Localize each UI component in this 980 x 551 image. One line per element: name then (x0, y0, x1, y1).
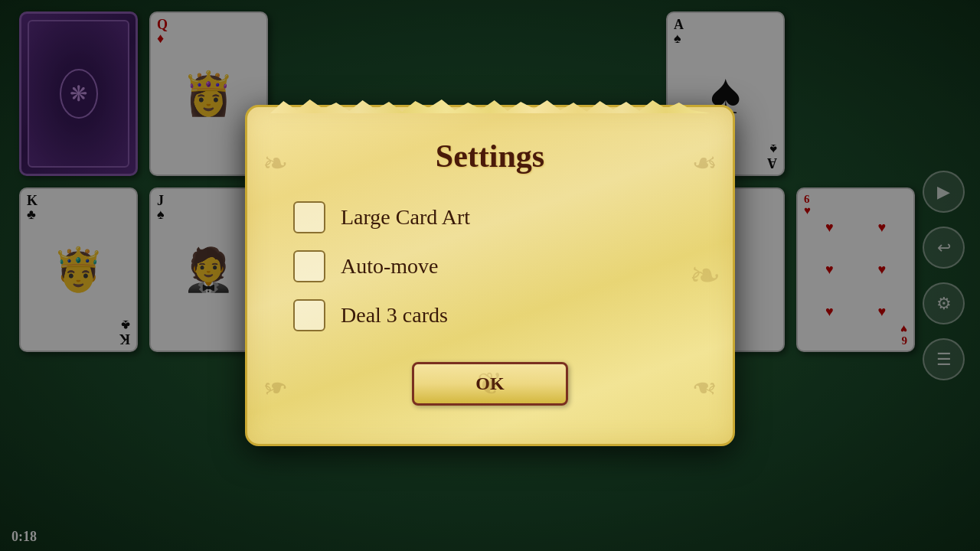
checkbox-large-card-art[interactable] (293, 201, 325, 233)
parchment-background: ❧ ❧ ❧ ❧ ❧ ❦ Settings Large Card Art Auto… (245, 105, 735, 446)
settings-dialog: ❧ ❧ ❧ ❧ ❧ ❦ Settings Large Card Art Auto… (245, 105, 735, 446)
floral-decoration-bottom: ❦ (477, 366, 503, 402)
floral-decoration-tl: ❧ (263, 145, 289, 181)
settings-options-list: Large Card Art Auto-move Deal 3 cards (293, 201, 687, 331)
checkbox-deal-3-cards[interactable] (293, 299, 325, 331)
label-auto-move: Auto-move (341, 254, 439, 279)
floral-decoration-tr: ❧ (691, 145, 717, 181)
label-deal-3-cards: Deal 3 cards (341, 303, 448, 328)
settings-option-large-card-art[interactable]: Large Card Art (293, 201, 687, 233)
settings-title: Settings (293, 138, 687, 174)
floral-decoration-right: ❧ (689, 253, 721, 298)
settings-option-auto-move[interactable]: Auto-move (293, 250, 687, 282)
label-large-card-art: Large Card Art (341, 205, 470, 230)
checkbox-auto-move[interactable] (293, 250, 325, 282)
floral-decoration-bl: ❧ (263, 370, 289, 406)
floral-decoration-br: ❧ (691, 370, 717, 406)
settings-option-deal-3-cards[interactable]: Deal 3 cards (293, 299, 687, 331)
